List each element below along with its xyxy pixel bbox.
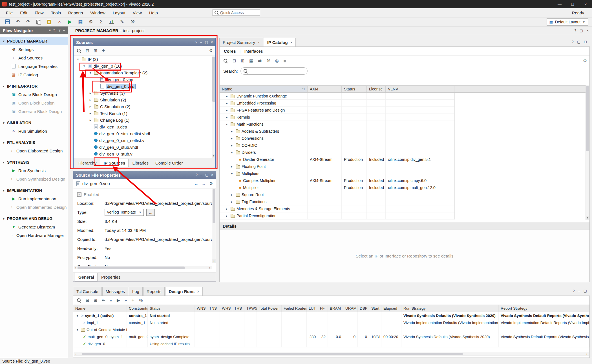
column-status[interactable]: Status [342,86,367,92]
float-icon[interactable]: ▢ [580,28,583,33]
horizontal-scrollbar[interactable]: ‹› [74,266,212,269]
column-ff[interactable]: FF [318,305,328,312]
column-start[interactable]: Start [369,305,381,312]
menu-tools[interactable]: Tools [47,9,65,16]
tab-messages[interactable]: Messages [102,287,128,296]
close-icon[interactable]: × [211,40,213,44]
scroll-down-icon[interactable]: ▾ [212,259,216,263]
ip-category-row[interactable]: ▸Memories & Storage Elements [220,205,454,212]
scroll-right-icon[interactable]: › [585,352,589,356]
chevron-down-icon[interactable]: ▾ [88,71,92,75]
sort-icon[interactable]: ⇅ [53,28,56,32]
minimize-button[interactable]: — [553,0,566,8]
column-failed-routes[interactable]: Failed Routes [282,305,307,312]
float-icon[interactable]: ▢ [205,173,208,177]
flow-item-generate-block-design[interactable]: ▣Generate Block Design [0,107,68,116]
step-back-icon[interactable]: « [110,298,112,303]
flow-section-simulation[interactable]: ▼ SIMULATION [0,119,68,127]
vertical-scrollbar[interactable]: ▾ [586,85,589,220]
column-total-power[interactable]: Total Power [257,305,282,312]
settings-button[interactable]: ⚙ [87,19,94,25]
chevron-right-icon[interactable]: ▸ [225,94,229,98]
column-tns[interactable]: TNS [207,305,220,312]
tab-compile-order[interactable]: Compile Order [152,159,186,167]
column-constraints[interactable]: Constraints [127,305,148,312]
tree-item-test-bench[interactable]: ▸Test Bench (1) [74,110,212,117]
flow-item-open-block-design[interactable]: ▣Open Block Design [0,99,68,107]
chevron-down-icon[interactable]: ▾ [82,64,86,68]
chevron-down-icon[interactable]: ▾ [75,328,79,332]
redo-button[interactable]: ↷ [25,19,32,25]
tree-item-div-gen-0-dcp[interactable]: div_gen_0.dcp [74,123,212,130]
scroll-left-icon[interactable]: ‹ [74,266,78,269]
chevron-right-icon[interactable]: ▸ [230,144,234,147]
help-icon[interactable]: ? [59,28,61,32]
step-forward-icon[interactable]: » [125,298,127,303]
flow-item-language-templates[interactable]: Language Templates [0,62,68,70]
scrollbar-thumb[interactable] [586,86,589,151]
design-run-row-mult-gen[interactable]: ✓mult_gen_0_synth_1 mult_gen_0 synth_des… [73,333,589,340]
tree-item-change-log[interactable]: ▸Change Log (1) [74,117,212,123]
column-whs[interactable]: WHS [220,305,232,312]
tree-item-div-gen-0-vho[interactable]: div_gen_0.vho [74,76,212,83]
scroll-left-icon[interactable]: ‹ [74,352,78,356]
menu-help[interactable]: Help [145,9,162,16]
layout-selector[interactable]: ▦ Default Layout ▼ [547,18,588,26]
transfer-icon[interactable]: ⇄ [258,58,262,63]
design-run-row-impl-1[interactable]: ▷impl_1 constrs_1 Not started Vivado Imp… [73,319,589,326]
tab-libraries[interactable]: Libraries [129,159,152,167]
vertical-scrollbar[interactable]: ▾ [212,188,216,263]
column-vlnv[interactable]: VLNV [386,86,454,92]
tree-item-c-simulation[interactable]: ▸C Simulation (2) [74,103,212,110]
search-icon[interactable] [77,298,81,303]
tree-item-simulation[interactable]: ▸Simulation (2) [74,96,212,103]
ip-category-row[interactable]: ▸Trig Functions [220,198,454,205]
column-status[interactable]: Status [148,305,195,312]
quick-access-search[interactable] [212,9,260,16]
search-icon[interactable] [223,59,228,63]
step-first-icon[interactable]: ⇤ [102,298,105,303]
tab-project-summary[interactable]: Project Summary× [219,38,263,47]
column-name[interactable]: Name^1 [220,86,308,92]
chevron-right-icon[interactable]: ▸ [230,137,234,140]
scrollbar-thumb[interactable] [78,267,185,269]
copy-button[interactable] [35,19,42,25]
back-icon[interactable]: ← [194,181,198,186]
source-file-properties-header[interactable]: Source File Properties ? – ▢ × [73,171,216,179]
design-run-row-div-gen[interactable]: ✓div_gen_0 Using cached IP results [73,340,589,347]
column-elapsed[interactable]: Elapsed [381,305,401,312]
scroll-right-icon[interactable]: › [208,266,212,269]
tree-item-stub-vhdl[interactable]: div_gen_0_stub.vhdl [74,144,212,150]
flow-item-open-elaborated-design[interactable]: ›Open Elaborated Design [0,147,68,155]
tree-item-synthesis[interactable]: ▸Synthesis (3) [74,90,212,96]
enabled-checkbox[interactable]: ✓ [77,192,81,197]
ip-category-row[interactable]: ▸Kernels [220,114,454,121]
chevron-right-icon[interactable]: ▸ [225,116,229,119]
scrollbar-thumb[interactable] [82,353,463,355]
close-button[interactable]: × [579,0,592,8]
help-icon[interactable]: ? [573,289,575,293]
float-icon[interactable]: ▢ [205,40,208,44]
menu-window[interactable]: Window [87,9,109,16]
stop-icon[interactable]: ■ [283,59,286,63]
more-button[interactable]: … [146,209,155,216]
ip-search-box[interactable] [240,67,308,75]
minimize-icon[interactable]: – [200,40,202,44]
column-lut[interactable]: LUT [307,305,318,312]
ip-category-row[interactable]: ▾Multipliers [220,170,454,177]
column-name[interactable]: Name [73,305,127,312]
flow-item-run-simulation[interactable]: ∿Run Simulation [0,127,68,135]
close-icon[interactable]: × [197,289,199,294]
close-icon[interactable]: × [586,28,589,33]
tab-properties[interactable]: Properties [98,273,123,281]
chevron-right-icon[interactable]: › [11,205,14,209]
gear-icon[interactable]: ⚙ [209,48,213,53]
column-uram[interactable]: URAM [343,305,358,312]
help-icon[interactable]: ? [572,40,574,44]
ip-category-row[interactable]: ▸CORDIC [220,142,454,149]
close-icon[interactable]: × [258,40,260,45]
sum-button[interactable]: Σ [98,19,105,25]
menu-flow[interactable]: Flow [31,9,47,16]
gear-icon[interactable]: ⚙ [583,58,587,63]
menu-icon[interactable]: ≡ [49,28,51,32]
